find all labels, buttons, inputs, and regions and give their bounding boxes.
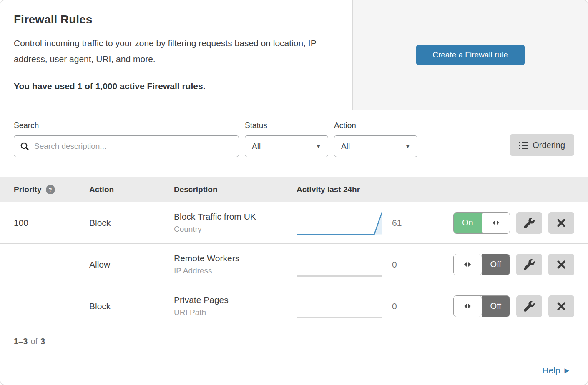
wrench-icon bbox=[524, 259, 535, 270]
search-input[interactable] bbox=[33, 141, 233, 151]
activity-sparkline-cell bbox=[297, 211, 386, 235]
toggle-handle bbox=[454, 296, 482, 317]
ordering-wrap: Ordering bbox=[510, 121, 574, 156]
search-filter-group: Search bbox=[14, 121, 239, 157]
action-select[interactable]: All ▼ bbox=[334, 135, 417, 157]
x-icon bbox=[557, 260, 566, 269]
ordering-button-label: Ordering bbox=[533, 140, 565, 150]
enable-toggle[interactable]: On bbox=[453, 212, 510, 234]
pagination-total: 3 bbox=[40, 337, 45, 346]
usage-note: You have used 1 of 1,000 active Firewall… bbox=[14, 81, 339, 91]
action-value: Block bbox=[89, 301, 174, 311]
rule-description: Block Traffic from UK bbox=[174, 212, 297, 222]
pagination-bar: 1–3 of 3 bbox=[0, 327, 588, 356]
activity-count: 61 bbox=[386, 218, 428, 228]
firewall-rules-card: Firewall Rules Control incoming traffic … bbox=[0, 0, 588, 385]
status-select[interactable]: All ▼ bbox=[245, 135, 328, 157]
pagination-of-label: of bbox=[30, 337, 38, 346]
activity-count: 0 bbox=[386, 301, 428, 311]
page-description: Control incoming traffic to your zone by… bbox=[14, 35, 335, 67]
table-header-row: Priority ? Action Description Activity l… bbox=[0, 177, 588, 202]
left-right-arrows-icon bbox=[492, 220, 500, 225]
edit-rule-button[interactable] bbox=[516, 254, 542, 275]
chevron-down-icon: ▼ bbox=[405, 143, 410, 150]
x-icon bbox=[557, 218, 566, 228]
action-filter-group: Action All ▼ bbox=[334, 121, 417, 157]
activity-sparkline bbox=[297, 252, 382, 277]
help-link[interactable]: Help ▶ bbox=[542, 365, 569, 375]
wrench-icon bbox=[524, 301, 535, 312]
toggle-state-label: Off bbox=[482, 296, 510, 317]
toggle-handle bbox=[454, 254, 482, 275]
create-firewall-rule-button[interactable]: Create a Firewall rule bbox=[416, 45, 525, 65]
left-right-arrows-icon bbox=[463, 262, 472, 267]
chevron-right-icon: ▶ bbox=[564, 367, 569, 374]
toggle-state-label: Off bbox=[482, 254, 510, 275]
description-cell: Private Pages URI Path bbox=[174, 295, 297, 317]
table-row: 100 Block Block Traffic from UK Country … bbox=[0, 202, 588, 244]
filter-bar: Search Status All ▼ Action All ▼ bbox=[0, 110, 588, 177]
rule-match-type: Country bbox=[174, 225, 297, 234]
toggle-handle bbox=[482, 212, 510, 233]
activity-sparkline bbox=[297, 294, 382, 318]
table-row: Block Private Pages URI Path 0 Off bbox=[0, 285, 588, 327]
rule-match-type: URI Path bbox=[174, 308, 297, 317]
ordering-button[interactable]: Ordering bbox=[510, 134, 574, 156]
chevron-down-icon: ▼ bbox=[316, 143, 321, 150]
page-title: Firewall Rules bbox=[14, 13, 339, 26]
x-icon bbox=[557, 302, 566, 311]
action-label: Action bbox=[334, 121, 417, 130]
enable-toggle[interactable]: Off bbox=[453, 254, 510, 275]
header-section: Firewall Rules Control incoming traffic … bbox=[0, 0, 588, 110]
rule-description: Remote Workers bbox=[174, 253, 297, 263]
search-box bbox=[14, 135, 239, 157]
status-select-value: All bbox=[252, 142, 261, 151]
search-label: Search bbox=[14, 121, 239, 130]
column-priority: Priority ? bbox=[14, 185, 89, 194]
rule-description: Private Pages bbox=[174, 295, 297, 305]
pagination-range: 1–3 bbox=[14, 337, 28, 346]
action-select-value: All bbox=[341, 142, 350, 151]
description-cell: Remote Workers IP Address bbox=[174, 253, 297, 275]
delete-rule-button[interactable] bbox=[548, 254, 574, 275]
action-value: Allow bbox=[89, 260, 174, 270]
action-value: Block bbox=[89, 218, 174, 228]
column-description: Description bbox=[174, 185, 297, 194]
table-row: Allow Remote Workers IP Address 0 Off bbox=[0, 244, 588, 285]
activity-sparkline bbox=[297, 211, 382, 235]
rule-match-type: IP Address bbox=[174, 266, 297, 275]
delete-rule-button[interactable] bbox=[548, 295, 574, 317]
footer-bar: Help ▶ bbox=[0, 356, 588, 384]
activity-count: 0 bbox=[386, 260, 428, 270]
row-controls: Off bbox=[428, 254, 574, 275]
row-controls: Off bbox=[428, 295, 574, 317]
question-circle-icon[interactable]: ? bbox=[46, 185, 55, 194]
description-cell: Block Traffic from UK Country bbox=[174, 212, 297, 234]
status-filter-group: Status All ▼ bbox=[245, 121, 328, 157]
column-activity: Activity last 24hr bbox=[297, 185, 428, 194]
edit-rule-button[interactable] bbox=[516, 212, 542, 234]
help-link-label: Help bbox=[542, 365, 560, 375]
row-controls: On bbox=[428, 212, 574, 234]
status-label: Status bbox=[245, 121, 328, 130]
column-priority-label: Priority bbox=[14, 185, 42, 194]
create-rule-panel: Create a Firewall rule bbox=[352, 0, 588, 110]
edit-rule-button[interactable] bbox=[516, 295, 542, 317]
header-text-panel: Firewall Rules Control incoming traffic … bbox=[0, 0, 352, 110]
activity-sparkline-cell bbox=[297, 252, 386, 277]
left-right-arrows-icon bbox=[463, 303, 472, 309]
column-action: Action bbox=[89, 185, 174, 194]
toggle-state-label: On bbox=[454, 212, 482, 233]
activity-sparkline-cell bbox=[297, 294, 386, 318]
enable-toggle[interactable]: Off bbox=[453, 295, 510, 317]
magnifier-icon bbox=[20, 142, 29, 151]
priority-value: 100 bbox=[14, 218, 89, 228]
ordered-list-icon bbox=[519, 142, 528, 149]
wrench-icon bbox=[524, 218, 535, 228]
delete-rule-button[interactable] bbox=[548, 212, 574, 234]
